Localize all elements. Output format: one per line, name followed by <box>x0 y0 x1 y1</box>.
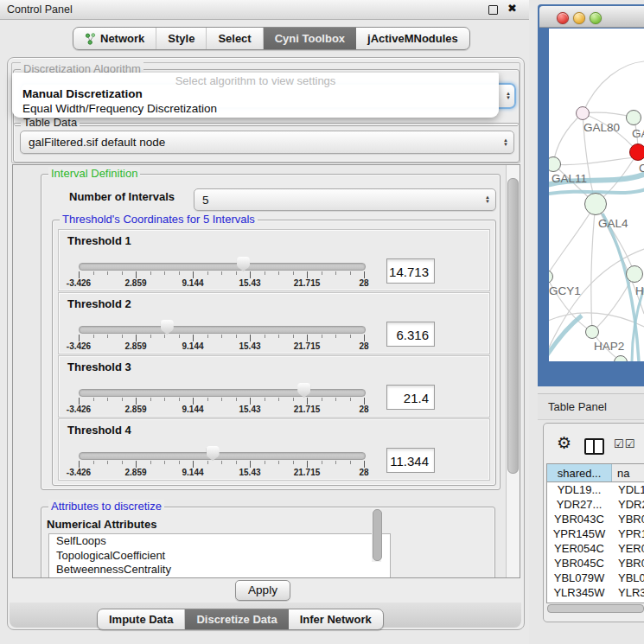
slider-track[interactable] <box>79 263 366 271</box>
table-row[interactable]: YBL079WYBL0 <box>547 571 644 585</box>
tab-label: Cyni Toolbox <box>275 32 345 45</box>
tab-cyni-toolbox[interactable]: Cyni Toolbox <box>263 28 356 49</box>
network-window-titlebar <box>539 6 644 28</box>
table-row[interactable]: YER054CYER0 <box>547 541 644 556</box>
attribute-item-betweennesscentrality[interactable]: BetweennessCentrality <box>49 563 390 577</box>
table-header-shared-name[interactable]: shared... <box>547 464 612 481</box>
cell-shared-name[interactable]: YBR043C <box>547 513 612 526</box>
table-horizontal-scrollbar[interactable] <box>546 603 644 612</box>
table-row[interactable]: YPR145WYPR1 <box>547 526 644 541</box>
node-attribute-table: shared... na YDL19...YDL1YDR27...YDR2YBR… <box>546 463 644 603</box>
tab-infer-network[interactable]: Infer Network <box>289 609 383 629</box>
table-row[interactable]: YLR345WYLR3 <box>547 585 644 600</box>
cell-name[interactable]: YLR3 <box>612 586 644 599</box>
slider-track[interactable] <box>79 389 366 397</box>
cell-name[interactable]: YER0 <box>612 542 644 555</box>
network-node-c[interactable] <box>629 143 644 161</box>
top-tab-bar: NetworkStyleSelectCyni ToolboxjActiveMNo… <box>73 27 470 50</box>
checkboxes-icon[interactable]: ☑☑ <box>614 437 635 450</box>
tick-label: 21.715 <box>294 341 321 351</box>
tick-label: 21.715 <box>294 468 321 477</box>
table-horizontal-scrollbar-thumb[interactable] <box>547 604 644 613</box>
cell-name[interactable]: YPR1 <box>612 527 644 540</box>
threshold-value-field[interactable]: 11.344 <box>386 448 435 473</box>
attributes-list-scrollbar-thumb[interactable] <box>373 509 382 561</box>
slider-track[interactable] <box>79 452 366 460</box>
cell-shared-name[interactable]: YDL19... <box>547 483 612 496</box>
table-header-row: shared... na <box>547 464 644 482</box>
cell-name[interactable]: YBR0 <box>612 513 644 526</box>
tick-label: 28 <box>359 278 368 288</box>
table-header-name[interactable]: na <box>612 464 644 481</box>
viewport-scrollbar-thumb[interactable] <box>507 178 519 474</box>
close-icon[interactable]: ✖ <box>507 2 517 15</box>
tab-label: Impute Data <box>109 613 173 626</box>
dropdown-option-manual-discretization[interactable]: Manual Discretization <box>22 87 143 100</box>
tab-style[interactable]: Style <box>156 28 206 49</box>
cell-shared-name[interactable]: YDR27... <box>547 498 612 511</box>
apply-button[interactable]: Apply <box>235 580 290 601</box>
threshold-value-field[interactable]: 21.4 <box>386 385 435 410</box>
control-panel-title: Control Panel <box>7 3 73 16</box>
network-node-hap2[interactable] <box>585 325 599 339</box>
attribute-item-topologicalcoefficient[interactable]: TopologicalCoefficient <box>49 549 390 564</box>
tab-label: Select <box>218 32 251 45</box>
gear-icon[interactable]: ⚙ <box>557 435 571 451</box>
tab-jactivemnodules[interactable]: jActiveMNodules <box>356 28 469 49</box>
slider-track[interactable] <box>79 326 366 334</box>
dropdown-option-equal-width-frequency-discretization[interactable]: Equal Width/Frequency Discretization <box>22 102 217 115</box>
close-traffic-light-icon[interactable] <box>557 12 569 24</box>
threshold-value-field[interactable]: 6.316 <box>386 322 435 347</box>
combo-stepper-icon[interactable]: ▲▼ <box>503 138 508 147</box>
threshold-label: Threshold 1 <box>67 234 131 247</box>
network-node-gal80[interactable] <box>576 106 590 120</box>
network-node-ha[interactable] <box>626 265 643 283</box>
node-label: GA <box>632 127 644 140</box>
node-label: GCY1 <box>549 284 581 297</box>
combo-stepper-icon[interactable]: ▲▼ <box>485 195 490 204</box>
cell-shared-name[interactable]: YER054C <box>547 542 612 555</box>
float-window-icon[interactable] <box>488 5 498 15</box>
table-row[interactable]: YBR045CYBR0 <box>547 556 644 571</box>
zoom-traffic-light-icon[interactable] <box>590 12 602 24</box>
thresholds-group: Threshold's Coordinates for 5 Intervals … <box>52 220 496 486</box>
tab-discretize-data[interactable]: Discretize Data <box>184 609 288 629</box>
table-row[interactable]: YBR043CYBR0 <box>547 512 644 526</box>
threshold-value-field[interactable]: 14.713 <box>386 258 435 284</box>
attributes-group: Attributes to discretize Numerical Attri… <box>41 507 495 578</box>
table-row[interactable]: YDR27...YDR2 <box>547 497 644 512</box>
table-row[interactable]: YDL19...YDL1 <box>547 482 644 497</box>
algorithm-dropdown-popup: Select algorithm to view settings Manual… <box>12 73 499 118</box>
table-data-combobox[interactable]: galFiltered.sif default node ▲▼ <box>20 131 514 154</box>
tab-label: Infer Network <box>300 613 372 626</box>
cell-name[interactable]: YDR2 <box>612 498 644 511</box>
cell-shared-name[interactable]: YLR345W <box>547 586 612 599</box>
table-data-selected-value: galFiltered.sif default node <box>29 131 165 153</box>
network-node-gal4[interactable] <box>584 193 607 215</box>
network-canvas[interactable]: GAL80GACGAL11GAL4GCY1HAHAP2 <box>549 29 644 361</box>
tick-label: 15.43 <box>239 341 260 351</box>
tab-network[interactable]: Network <box>73 28 156 49</box>
number-of-intervals-combobox[interactable]: 5 ▲▼ <box>194 188 496 211</box>
tick-label: 2.859 <box>124 405 146 414</box>
cell-shared-name[interactable]: YBR045C <box>547 557 612 570</box>
number-of-intervals-label: Number of Intervals <box>69 190 175 203</box>
tab-label: Style <box>168 32 194 45</box>
cell-name[interactable]: YBR0 <box>612 557 644 570</box>
tick-label: 9.144 <box>182 468 203 477</box>
threshold-panel: Threshold 2 -3.4262.8599.14415.4321.7152… <box>58 292 490 354</box>
minimize-traffic-light-icon[interactable] <box>573 12 585 24</box>
tick-label: -3.426 <box>67 405 91 414</box>
columns-icon[interactable] <box>584 438 604 455</box>
network-node-ga[interactable] <box>626 110 641 125</box>
cell-name[interactable]: YDL1 <box>612 483 644 496</box>
table-panel-title: Table Panel <box>548 400 607 413</box>
attribute-item-selfloops[interactable]: SelfLoops <box>49 534 390 549</box>
cell-name[interactable]: YBL0 <box>612 571 644 584</box>
tick-label: 2.859 <box>124 278 146 288</box>
cell-shared-name[interactable]: YPR145W <box>547 527 612 540</box>
tab-select[interactable]: Select <box>206 28 262 49</box>
tab-impute-data[interactable]: Impute Data <box>98 609 184 629</box>
cell-shared-name[interactable]: YBL079W <box>547 571 612 584</box>
combo-stepper-icon[interactable]: ▲▼ <box>506 92 511 100</box>
